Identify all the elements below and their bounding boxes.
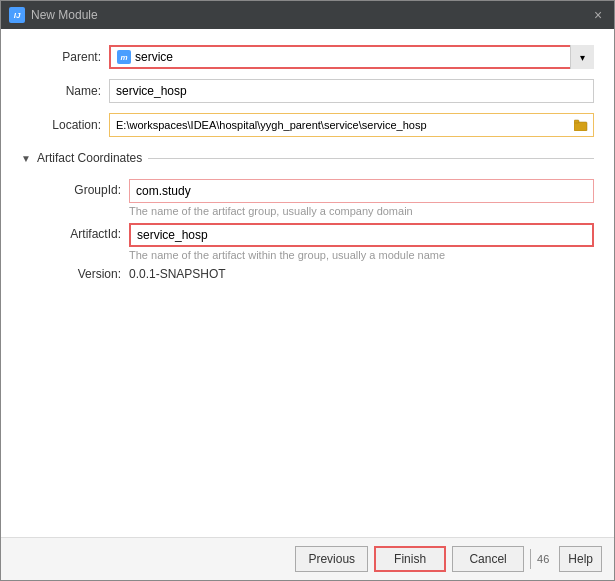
new-module-dialog: IJ New Module × Parent: m service ▾ — [0, 0, 615, 581]
version-row: Version: 0.0.1-SNAPSHOT — [41, 267, 594, 281]
version-label: Version: — [41, 267, 121, 281]
parent-label: Parent: — [21, 50, 101, 64]
help-button[interactable]: Help — [559, 546, 602, 572]
artifact-section-header: ▼ Artifact Coordinates — [21, 151, 594, 165]
parent-text: service — [135, 50, 173, 64]
footer-separator — [530, 549, 531, 569]
location-browse-button[interactable] — [568, 113, 594, 137]
svg-rect-1 — [574, 120, 579, 123]
location-input-wrapper — [109, 113, 594, 137]
parent-row: Parent: m service ▾ — [21, 45, 594, 69]
page-indicator: 46 — [537, 553, 549, 565]
artifactid-hint: The name of the artifact within the grou… — [129, 249, 594, 261]
version-value: 0.0.1-SNAPSHOT — [129, 267, 226, 281]
name-input[interactable] — [109, 79, 594, 103]
artifact-section: GroupId: The name of the artifact group,… — [21, 179, 594, 281]
cancel-button[interactable]: Cancel — [452, 546, 524, 572]
parent-input-wrapper: m service ▾ — [109, 45, 594, 69]
groupid-row: GroupId: The name of the artifact group,… — [41, 179, 594, 217]
artifactid-row: ArtifactId: The name of the artifact wit… — [41, 223, 594, 261]
artifactid-label: ArtifactId: — [41, 223, 121, 241]
section-toggle[interactable]: ▼ — [21, 153, 31, 164]
dialog-title: New Module — [31, 8, 98, 22]
finish-button[interactable]: Finish — [374, 546, 446, 572]
app-icon: IJ — [9, 7, 25, 23]
name-row: Name: — [21, 79, 594, 103]
dialog-footer: Previous Finish Cancel 46 Help — [1, 537, 614, 580]
location-label: Location: — [21, 118, 101, 132]
previous-button[interactable]: Previous — [295, 546, 368, 572]
groupid-hint: The name of the artifact group, usually … — [129, 205, 594, 217]
module-icon: m — [117, 50, 131, 64]
parent-dropdown-button[interactable]: ▾ — [570, 45, 594, 69]
dialog-content: Parent: m service ▾ Name: Location: — [1, 29, 614, 537]
parent-input[interactable]: m service — [109, 45, 594, 69]
groupid-label: GroupId: — [41, 179, 121, 197]
title-bar: IJ New Module × — [1, 1, 614, 29]
svg-rect-0 — [574, 122, 587, 131]
name-label: Name: — [21, 84, 101, 98]
artifact-section-title: Artifact Coordinates — [37, 151, 142, 165]
artifactid-input-col: The name of the artifact within the grou… — [129, 223, 594, 261]
section-divider — [148, 158, 594, 159]
groupid-input[interactable] — [129, 179, 594, 203]
location-row: Location: — [21, 113, 594, 137]
location-input[interactable] — [109, 113, 594, 137]
title-bar-left: IJ New Module — [9, 7, 98, 23]
parent-value: m service — [117, 50, 173, 64]
close-button[interactable]: × — [590, 7, 606, 23]
groupid-input-col: The name of the artifact group, usually … — [129, 179, 594, 217]
folder-icon — [574, 119, 588, 131]
content-spacer — [21, 291, 594, 521]
artifactid-input[interactable] — [129, 223, 594, 247]
